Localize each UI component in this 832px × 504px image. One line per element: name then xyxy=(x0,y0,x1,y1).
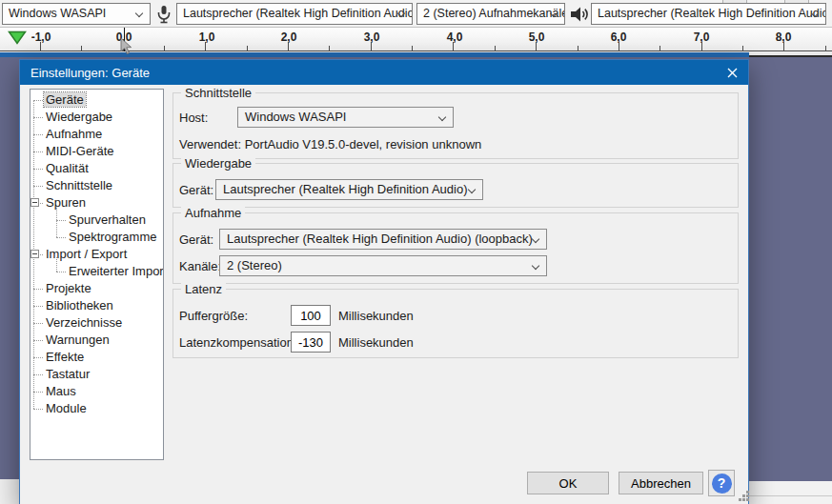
mouse-cursor-icon xyxy=(120,38,132,59)
tree-item-import-export[interactable]: Import / Export xyxy=(30,246,163,263)
recording-device-label: Gerät: xyxy=(179,232,213,247)
audio-host-value: Windows WASAPI xyxy=(9,7,106,20)
recording-channels-select[interactable]: 2 (Stereo) Aufnahmekanäle xyxy=(416,3,565,25)
device-toolbar: Windows WASAPI Lautsprecher (Realtek Hig… xyxy=(0,0,832,28)
interface-group-title: Schnittstelle xyxy=(181,86,255,100)
channels-select-value: 2 (Stereo) xyxy=(227,258,282,272)
tree-item-warnungen[interactable]: Warnungen xyxy=(30,332,163,349)
buffer-size-unit: Millisekunden xyxy=(338,309,414,323)
chevron-down-icon xyxy=(135,10,143,17)
dialog-titlebar[interactable]: Einstellungen: Geräte xyxy=(20,60,748,85)
interface-group: Schnittstelle Host: Windows WASAPI Verwe… xyxy=(172,92,739,159)
playback-group: Wiedergabe Gerät: Lautsprecher (Realtek … xyxy=(172,163,739,208)
recording-device-value: Lautsprecher (Realtek High Definition Au… xyxy=(598,7,826,20)
recording-device-dialog-select[interactable]: Lautsprecher (Realtek High Definition Au… xyxy=(219,229,547,250)
playback-group-title: Wiedergabe xyxy=(181,156,255,171)
collapse-icon[interactable] xyxy=(30,198,39,207)
tree-item-aufnahme[interactable]: Aufnahme xyxy=(30,126,163,143)
tree-item-tastatur[interactable]: Tastatur xyxy=(30,366,163,383)
latency-compensation-label: Latenzkompensation: xyxy=(179,335,297,350)
recording-group-title: Aufnahme xyxy=(181,206,245,220)
preferences-category-tree: Geräte Wiedergabe Aufnahme MIDI-Geräte Q… xyxy=(30,89,164,460)
tree-item-bibliotheken[interactable]: Bibliotheken xyxy=(30,297,163,314)
channels-select[interactable]: 2 (Stereo) xyxy=(219,255,547,276)
speaker-icon xyxy=(567,3,592,25)
portaudio-version-text: Verwendet: PortAudio V19.5.0-devel, revi… xyxy=(179,137,481,151)
ok-button[interactable]: OK xyxy=(527,472,609,494)
tree-item-geraete[interactable]: Geräte xyxy=(30,91,163,109)
host-select[interactable]: Windows WASAPI xyxy=(237,107,454,128)
microphone-icon xyxy=(152,3,175,25)
tree-item-spuren[interactable]: Spuren xyxy=(30,194,163,212)
tree-item-module[interactable]: Module xyxy=(30,400,163,417)
recording-channels-value: 2 (Stereo) Aufnahmekanäle xyxy=(423,7,565,20)
playback-device-label: Gerät: xyxy=(179,183,213,197)
playback-device-select[interactable]: Lautsprecher (Realtek High Definition Au… xyxy=(176,3,413,25)
tree-item-verzeichnisse[interactable]: Verzeichnisse xyxy=(30,314,163,332)
playback-device-dialog-select[interactable]: Lautsprecher (Realtek High Definition Au… xyxy=(215,179,483,200)
close-icon[interactable] xyxy=(716,60,748,85)
tree-item-spektrogramme[interactable]: Spektrogramme xyxy=(30,229,163,246)
buffer-size-label: Puffergröße: xyxy=(179,309,248,323)
host-select-value: Windows WASAPI xyxy=(245,110,346,124)
host-label: Host: xyxy=(179,111,208,125)
playback-device-dialog-value: Lautsprecher (Realtek High Definition Au… xyxy=(223,182,468,196)
dialog-title: Einstellungen: Geräte xyxy=(20,66,716,80)
channels-label: Kanäle: xyxy=(179,259,221,273)
resize-grip[interactable] xyxy=(746,491,749,494)
latency-group: Latenz Puffergröße: Millisekunden Latenz… xyxy=(172,289,739,358)
chevron-down-icon xyxy=(438,113,446,121)
tree-item-erweiterter-import[interactable]: Erweiterter Import xyxy=(30,263,163,280)
background-patch-left xyxy=(0,479,19,504)
background-line xyxy=(749,495,832,496)
chevron-down-icon xyxy=(532,262,539,270)
tree-item-effekte[interactable]: Effekte xyxy=(30,349,163,366)
chevron-down-icon xyxy=(532,235,539,243)
collapse-icon[interactable] xyxy=(30,250,39,258)
recording-device-select[interactable]: Lautsprecher (Realtek High Definition Au… xyxy=(591,3,826,25)
tree-item-wiedergabe[interactable]: Wiedergabe xyxy=(30,109,163,126)
buffer-size-input[interactable] xyxy=(291,305,331,326)
tree-item-maus[interactable]: Maus xyxy=(30,383,163,400)
tree-item-qualitaet[interactable]: Qualität xyxy=(30,160,163,177)
latency-group-title: Latenz xyxy=(181,282,226,296)
chevron-down-icon xyxy=(468,186,476,193)
latency-compensation-input[interactable] xyxy=(291,332,331,353)
latency-compensation-unit: Millisekunden xyxy=(338,335,414,350)
preferences-dialog: Einstellungen: Geräte Geräte Wiedergabe … xyxy=(19,59,749,504)
tree-item-schnittstelle[interactable]: Schnittstelle xyxy=(30,177,163,194)
pinned-playhead-icon[interactable] xyxy=(8,30,27,49)
ruler-major-ticks xyxy=(40,42,832,50)
playback-device-value: Lautsprecher (Realtek High Definition Au… xyxy=(183,7,413,20)
background-patch-right xyxy=(749,481,832,504)
tree-item-midi-geraete[interactable]: MIDI-Geräte xyxy=(30,143,163,160)
audio-host-select[interactable]: Windows WASAPI xyxy=(2,3,151,25)
cancel-button[interactable]: Abbrechen xyxy=(619,472,703,494)
recording-device-dialog-value: Lautsprecher (Realtek High Definition Au… xyxy=(227,232,533,246)
tree-item-spurverhalten[interactable]: Spurverhalten xyxy=(30,212,163,229)
tree-item-projekte[interactable]: Projekte xyxy=(30,280,163,297)
recording-group: Aufnahme Gerät: Lautsprecher (Realtek Hi… xyxy=(172,212,739,284)
help-button[interactable]: ? xyxy=(708,470,735,496)
help-icon: ? xyxy=(712,474,732,494)
